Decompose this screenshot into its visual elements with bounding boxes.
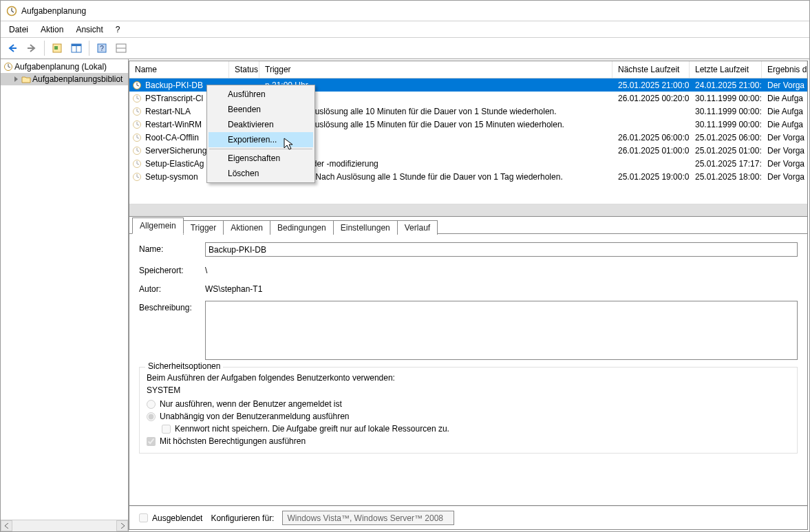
task-name: Setup-sysmon [145, 172, 198, 182]
ctx-end[interactable]: Beenden [209, 102, 313, 117]
task-result: Der Vorga [762, 78, 807, 92]
configure-for-value: Windows Vista™, Windows Server™ 2008 [287, 513, 443, 523]
col-status[interactable]: Status [229, 61, 259, 78]
check-hidden-label: Ausgeblendet [152, 513, 202, 523]
author-label: Autor: [139, 282, 205, 294]
scroll-left-button[interactable] [1, 520, 12, 531]
check-no-password-input[interactable] [162, 425, 171, 434]
task-name: Restart-NLA [145, 107, 191, 116]
config-row: Ausgeblendet Konfigurieren für: Windows … [129, 506, 807, 529]
task-last: 30.11.1999 00:00:00 [690, 118, 762, 131]
menu-help[interactable]: ? [110, 23, 126, 36]
ctx-sep [209, 149, 312, 149]
location-label: Speicherort: [139, 264, 205, 275]
tree-root[interactable]: Aufgabenplanung (Lokal) [1, 61, 128, 73]
task-next: 26.01.2025 00:20:00 [612, 92, 690, 105]
task-last: 25.01.2025 01:00:00 [690, 144, 762, 157]
radio-independent-input[interactable] [147, 412, 156, 421]
check-highest-priv[interactable]: Mit höchsten Berechtigungen ausführen [147, 436, 790, 446]
general-tab-content: Name: Backup-PKI-DB Speicherort: \ Autor… [129, 234, 807, 506]
task-last: 30.11.1999 00:00:00 [690, 105, 762, 118]
expand-icon[interactable] [13, 76, 20, 83]
toolbar: ? [1, 38, 809, 59]
description-field[interactable] [205, 301, 798, 360]
tab-settings[interactable]: Einstellungen [333, 220, 398, 235]
task-next: 25.01.2025 21:00:00 [612, 78, 690, 92]
ctx-delete[interactable]: Löschen [209, 166, 313, 181]
name-label: Name: [139, 242, 205, 254]
panel-toggle-button[interactable] [113, 40, 129, 56]
configure-for-combo[interactable]: Windows Vista™, Windows Server™ 2008 [282, 511, 454, 525]
folder-icon [21, 74, 31, 84]
col-next[interactable]: Nächste Laufzeit [612, 61, 690, 78]
radio-independent[interactable]: Unabhängig von der Benutzeranmeldung aus… [147, 412, 790, 421]
window-title: Aufgabenplanung [21, 6, 86, 16]
ctx-deactivate[interactable]: Deaktivieren [209, 117, 313, 132]
col-trigger[interactable]: Trigger [259, 61, 612, 78]
tab-actions[interactable]: Aktionen [223, 220, 270, 235]
radio-logged-on-label: Nur ausführen, wenn der Benutzer angemel… [160, 399, 342, 409]
svg-rect-8 [72, 44, 81, 46]
task-result: Der Vorga [762, 131, 807, 144]
tab-general[interactable]: Allgemein [132, 217, 184, 234]
task-last: 30.11.1999 00:00:00 [690, 92, 762, 105]
col-result[interactable]: Ergebnis d [762, 61, 807, 78]
task-result: Der Vorga [762, 144, 807, 157]
menu-file[interactable]: Datei [3, 23, 34, 36]
back-button[interactable] [4, 40, 21, 56]
clock-icon [132, 81, 142, 90]
tree-library[interactable]: Aufgabenplanungsbibliot [1, 73, 128, 85]
ctx-export[interactable]: Exportieren... [209, 132, 313, 147]
check-highest-label: Mit höchsten Berechtigungen ausführen [160, 436, 306, 446]
tab-trigger[interactable]: Trigger [183, 220, 224, 235]
clock-icon [132, 107, 142, 116]
check-no-password[interactable]: Kennwort nicht speichern. Die Aufgabe gr… [162, 424, 790, 434]
task-result: Die Aufga [762, 118, 807, 131]
clock-icon [132, 133, 142, 142]
tab-history[interactable]: Verlauf [397, 220, 438, 235]
show-hide-tree-button[interactable] [49, 40, 65, 56]
account-label: Beim Ausführen der Aufgaben folgendes Be… [147, 373, 790, 383]
configure-for-label: Konfigurieren für: [211, 513, 274, 523]
tree-scrollbar[interactable] [1, 520, 128, 531]
task-result: Die Aufga [762, 92, 807, 105]
task-last: 25.01.2025 17:17:16 [690, 157, 762, 170]
titlebar: Aufgabenplanung [1, 1, 809, 21]
tab-conditions[interactable]: Bedingungen [270, 220, 334, 235]
check-hidden-input[interactable] [139, 513, 148, 522]
clock-icon [132, 94, 142, 103]
svg-rect-6 [54, 46, 58, 50]
radio-logged-on-input[interactable] [147, 400, 156, 409]
description-label: Beschreibung: [139, 301, 205, 312]
clock-icon [132, 159, 142, 169]
clock-icon [132, 172, 142, 182]
tree-root-label: Aufgabenplanung (Lokal) [14, 62, 107, 72]
radio-independent-label: Unabhängig von der Benutzeranmeldung aus… [160, 412, 350, 421]
account-value: SYSTEM [147, 385, 790, 395]
list-scrollbar[interactable] [129, 204, 807, 215]
task-next: 26.01.2025 06:00:00 [612, 131, 690, 144]
task-name: Root-CA-Offlin [145, 133, 199, 142]
ctx-properties[interactable]: Eigenschaften [209, 151, 313, 166]
task-name: PSTranscript-Cl [145, 94, 203, 103]
check-hidden[interactable]: Ausgeblendet [139, 513, 202, 523]
clock-icon [132, 146, 142, 156]
menu-view[interactable]: Ansicht [70, 23, 108, 36]
task-result: Der Vorga [762, 157, 807, 170]
context-menu: Ausführen Beenden Deaktivieren Exportier… [206, 85, 315, 183]
radio-logged-on[interactable]: Nur ausführen, wenn der Benutzer angemel… [147, 399, 790, 409]
col-last[interactable]: Letzte Laufzeit [690, 61, 762, 78]
help-button[interactable]: ? [94, 40, 110, 56]
task-list-header: Name Status Trigger Nächste Laufzeit Let… [129, 61, 807, 78]
task-last: 25.01.2025 06:00:00 [690, 131, 762, 144]
menu-action[interactable]: Aktion [35, 23, 69, 36]
scroll-right-button[interactable] [116, 520, 128, 531]
check-highest-input[interactable] [147, 437, 156, 446]
details-pane-button[interactable] [68, 40, 85, 56]
ctx-run[interactable]: Ausführen [209, 87, 313, 102]
name-field[interactable]: Backup-PKI-DB [205, 242, 798, 257]
forward-button[interactable] [23, 40, 40, 56]
svg-text:?: ? [100, 45, 104, 52]
col-name[interactable]: Name [129, 61, 229, 78]
security-legend: Sicherheitsoptionen [145, 361, 223, 371]
